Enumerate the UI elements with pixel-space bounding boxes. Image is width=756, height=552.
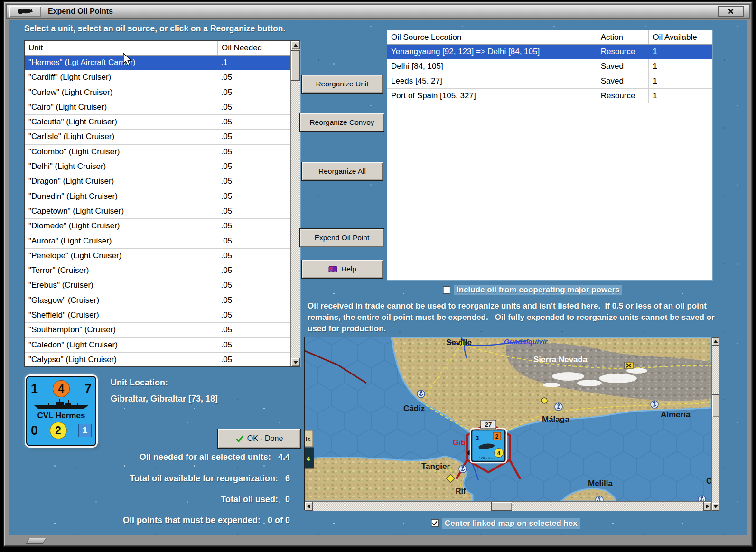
oil-source-location-cell[interactable]: Yenangyaung [92, 123] => Delhi [84, 105] xyxy=(387,45,597,59)
unit-name-cell[interactable]: "Delhi" (Light Cruiser) xyxy=(25,159,217,174)
action-cell[interactable]: Saved xyxy=(597,59,649,74)
scroll-down-button[interactable] xyxy=(291,358,300,366)
unit-name-cell[interactable]: "Dunedin" (Light Cruiser) xyxy=(25,189,217,204)
unit-row[interactable]: "Cairo" (Light Cruiser).05 xyxy=(25,100,290,115)
unit-name-cell[interactable]: "Carlisle" (Light Cruiser) xyxy=(25,130,217,144)
include-oil-label[interactable]: Include oil from cooperating major power… xyxy=(454,285,622,295)
unit-row[interactable]: "Dunedin" (Light Cruiser).05 xyxy=(25,189,290,204)
app-icon[interactable] xyxy=(9,6,41,17)
oil-needed-cell[interactable]: .05 xyxy=(217,249,290,263)
oil-available-cell[interactable]: 1 xyxy=(649,45,712,59)
oil-available-cell[interactable]: 1 xyxy=(649,59,712,74)
unit-row[interactable]: "Southampton" (Cruiser).05 xyxy=(25,323,290,337)
oil-needed-cell[interactable]: .05 xyxy=(217,189,290,204)
action-cell[interactable]: Saved xyxy=(597,74,649,89)
map-vertical-scrollbar[interactable] xyxy=(711,337,719,511)
unit-row[interactable]: "Diomede" (Light Cruiser).05 xyxy=(25,219,290,234)
unit-row[interactable]: "Caledon" (Light Cruiser).05 xyxy=(25,338,290,353)
unit-name-cell[interactable]: "Hermes" (Lgt Aircraft Carrier) xyxy=(25,56,217,70)
oil-needed-cell[interactable]: .05 xyxy=(217,263,290,278)
unit-name-cell[interactable]: "Cardiff" (Light Cruiser) xyxy=(25,70,217,85)
scroll-thumb[interactable] xyxy=(291,50,300,81)
unit-name-cell[interactable]: "Curlew" (Light Cruiser) xyxy=(25,85,217,100)
reorganize-convoy-button[interactable]: Reorganize Convoy xyxy=(299,113,384,132)
unit-name-cell[interactable]: "Terror" (Cruiser) xyxy=(25,263,217,278)
unit-row[interactable]: "Cardiff" (Light Cruiser).05 xyxy=(25,70,290,85)
close-button[interactable] xyxy=(718,6,744,17)
map-scroll-left-button[interactable] xyxy=(305,502,313,511)
map-hscroll-thumb[interactable] xyxy=(491,502,512,511)
center-map-checkbox[interactable] xyxy=(431,519,439,527)
oil-source-row[interactable]: Yenangyaung [92, 123] => Delhi [84, 105]… xyxy=(387,45,712,59)
include-oil-checkbox[interactable] xyxy=(443,286,450,294)
oil-needed-cell[interactable]: .05 xyxy=(217,174,290,189)
action-cell[interactable]: Resource xyxy=(597,45,649,59)
unit-row[interactable]: "Penelope" (Light Cruiser).05 xyxy=(25,249,290,263)
map-vscroll-thumb[interactable] xyxy=(712,394,719,417)
unit-name-cell[interactable]: "Glasgow" (Cruiser) xyxy=(25,293,217,308)
oil-source-location-cell[interactable]: Port of Spain [105, 327] xyxy=(387,89,597,103)
unit-row[interactable]: "Erebus" (Cruiser).05 xyxy=(25,278,290,293)
oil-source-location-cell[interactable]: Delhi [84, 105] xyxy=(387,59,597,74)
unit-row[interactable]: "Colombo" (Light Cruiser).05 xyxy=(25,145,290,159)
map-scroll-down-button[interactable] xyxy=(712,503,719,511)
oil-needed-cell[interactable]: .05 xyxy=(217,204,290,219)
scroll-up-button[interactable] xyxy=(291,41,300,49)
unit-name-cell[interactable]: "Calcutta" (Light Cruiser) xyxy=(25,115,217,130)
oil-needed-cell[interactable]: .05 xyxy=(217,100,290,115)
reorganize-all-button[interactable]: Reorganize All xyxy=(301,162,383,181)
unit-list-scrollbar[interactable] xyxy=(290,41,300,366)
unit-name-cell[interactable]: "Capetown" (Light Cruiser) xyxy=(25,204,217,219)
unit-row[interactable]: "Calypso" (Light Cruiser).05 xyxy=(25,353,290,366)
oil-needed-cell[interactable]: .1 xyxy=(217,56,290,70)
oil-source-row[interactable]: Delhi [84, 105]Saved1 xyxy=(387,59,712,74)
unit-row[interactable]: "Delhi" (Light Cruiser).05 xyxy=(25,159,290,174)
unit-name-cell[interactable]: "Cairo" (Light Cruiser) xyxy=(25,100,217,115)
unit-row[interactable]: "Aurora" (Light Cruiser).05 xyxy=(25,234,290,249)
oil-needed-cell[interactable]: .05 xyxy=(217,278,290,293)
unit-name-cell[interactable]: "Southampton" (Cruiser) xyxy=(25,323,217,337)
unit-row[interactable]: "Curlew" (Light Cruiser).05 xyxy=(25,85,290,100)
oil-needed-cell[interactable]: .05 xyxy=(217,323,290,337)
oil-needed-cell[interactable]: .05 xyxy=(217,308,290,323)
unit-row[interactable]: "Glasgow" (Cruiser).05 xyxy=(25,293,290,308)
oil-source-row[interactable]: Leeds [45, 27]Saved1 xyxy=(387,74,712,89)
unit-row[interactable]: "Sheffield" (Cruiser).05 xyxy=(25,308,290,323)
help-button[interactable]: Help xyxy=(301,260,383,279)
oil-needed-cell[interactable]: .05 xyxy=(217,353,290,366)
map-canvas[interactable]: Seville Guadalquivir Sierra Nevada Cádiz… xyxy=(305,337,711,501)
unit-name-cell[interactable]: "Colombo" (Light Cruiser) xyxy=(25,145,217,159)
oil-needed-cell[interactable]: .05 xyxy=(217,219,290,234)
unit-row[interactable]: "Terror" (Cruiser).05 xyxy=(25,263,290,278)
action-cell[interactable]: Resource xyxy=(597,89,649,103)
oil-needed-cell[interactable]: .05 xyxy=(217,293,290,308)
ok-done-button[interactable]: OK - Done xyxy=(217,429,301,449)
unit-name-cell[interactable]: "Erebus" (Cruiser) xyxy=(25,278,217,293)
unit-name-cell[interactable]: "Penelope" (Light Cruiser) xyxy=(25,249,217,263)
unit-row[interactable]: "Capetown" (Light Cruiser).05 xyxy=(25,204,290,219)
unit-name-cell[interactable]: "Calypso" (Light Cruiser) xyxy=(25,353,217,366)
unit-name-cell[interactable]: "Diomede" (Light Cruiser) xyxy=(25,219,217,234)
map-scroll-right-button[interactable] xyxy=(703,502,711,511)
unit-name-cell[interactable]: "Aurora" (Light Cruiser) xyxy=(25,234,217,249)
oil-source-row[interactable]: Port of Spain [105, 327]Resource1 xyxy=(387,89,712,103)
oil-needed-cell[interactable]: .05 xyxy=(217,70,290,85)
oil-needed-cell[interactable]: .05 xyxy=(217,115,290,130)
oil-available-cell[interactable]: 1 xyxy=(649,89,712,103)
oil-needed-cell[interactable]: .05 xyxy=(217,159,290,174)
map-horizontal-scrollbar[interactable] xyxy=(305,501,711,511)
oil-needed-cell[interactable]: .05 xyxy=(217,338,290,353)
unit-row[interactable]: "Hermes" (Lgt Aircraft Carrier).1 xyxy=(25,56,290,70)
unit-row[interactable]: "Dragon" (Light Cruiser).05 xyxy=(25,174,290,189)
oil-source-location-cell[interactable]: Leeds [45, 27] xyxy=(387,74,597,89)
oil-needed-cell[interactable]: .05 xyxy=(217,130,290,144)
unit-name-cell[interactable]: "Dragon" (Light Cruiser) xyxy=(25,174,217,189)
center-map-label[interactable]: Center linked map on selected hex xyxy=(442,518,580,529)
unit-name-cell[interactable]: "Sheffield" (Cruiser) xyxy=(25,308,217,323)
unit-row[interactable]: "Carlisle" (Light Cruiser).05 xyxy=(25,130,290,144)
oil-needed-cell[interactable]: .05 xyxy=(217,145,290,159)
oil-needed-cell[interactable]: .05 xyxy=(217,234,290,249)
expend-oil-point-button[interactable]: Expend Oil Point xyxy=(299,228,384,247)
oil-needed-cell[interactable]: .05 xyxy=(217,85,290,100)
unit-name-cell[interactable]: "Caledon" (Light Cruiser) xyxy=(25,338,217,353)
